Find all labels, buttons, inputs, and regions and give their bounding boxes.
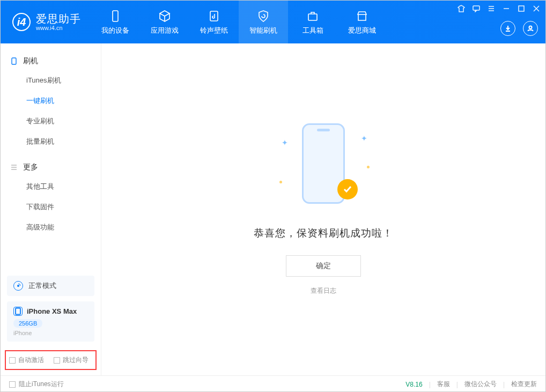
- device-card[interactable]: iPhone XS Max 256GB iPhone: [7, 301, 94, 342]
- svg-point-5: [529, 26, 532, 29]
- window-controls: [458, 5, 540, 12]
- mode-label: 正常模式: [28, 281, 56, 291]
- list-icon: [10, 164, 18, 171]
- sidebar-item-download-firmware[interactable]: 下载固件: [1, 197, 101, 217]
- tab-label: 工具箱: [302, 26, 323, 35]
- phone-icon: [108, 9, 122, 23]
- main-panel: ✦ ✦ 恭喜您，保资料刷机成功啦！ 确定 查看日志: [101, 43, 545, 375]
- dot-icon: [279, 181, 282, 183]
- footer-link-wechat[interactable]: 微信公众号: [464, 380, 497, 389]
- checkbox-icon: [9, 381, 16, 388]
- dot-icon: [367, 166, 370, 168]
- sparkle-icon: ✦: [361, 134, 367, 143]
- app-header: i4 爱思助手 www.i4.cn 我的设备 应用游戏 铃声壁纸 智能刷机 工具…: [1, 1, 545, 43]
- tab-store[interactable]: 爱思商城: [337, 1, 387, 43]
- nav-tabs: 我的设备 应用游戏 铃声壁纸 智能刷机 工具箱 爱思商城: [91, 1, 387, 43]
- tab-label: 铃声壁纸: [200, 26, 228, 35]
- checkbox-label: 自动激活: [18, 356, 44, 365]
- sidebar-section-more: 更多: [1, 158, 101, 176]
- tab-toolbox[interactable]: 工具箱: [288, 1, 337, 43]
- cube-icon: [158, 9, 172, 23]
- tab-label: 我的设备: [101, 26, 129, 35]
- mode-icon: [13, 281, 23, 291]
- sidebar-item-batch-flash[interactable]: 批量刷机: [1, 131, 101, 152]
- section-label: 刷机: [23, 56, 38, 66]
- section-label: 更多: [23, 162, 38, 172]
- tab-smart-flash[interactable]: 智能刷机: [239, 1, 288, 43]
- sparkle-icon: ✦: [282, 138, 288, 147]
- user-button[interactable]: [523, 21, 538, 36]
- tab-ringtone-wallpaper[interactable]: 铃声壁纸: [189, 1, 239, 43]
- checkbox-label: 跳过向导: [63, 356, 88, 365]
- tab-label: 爱思商城: [348, 26, 376, 35]
- shield-refresh-icon: [256, 9, 270, 23]
- music-note-icon: [207, 9, 221, 23]
- footer-link-support[interactable]: 客服: [437, 380, 450, 389]
- app-name: 爱思助手: [36, 13, 81, 25]
- sidebar-item-oneclick-flash[interactable]: 一键刷机: [1, 91, 101, 111]
- success-message: 恭喜您，保资料刷机成功啦！: [254, 226, 393, 240]
- sidebar-section-flash: 刷机: [1, 52, 101, 70]
- checkbox-skip-guide[interactable]: 跳过向导: [54, 356, 88, 365]
- close-button[interactable]: [533, 5, 540, 12]
- app-url: www.i4.cn: [36, 25, 81, 31]
- maximize-button[interactable]: [518, 5, 525, 12]
- shop-icon: [355, 9, 369, 23]
- checkbox-label: 阻止iTunes运行: [19, 380, 64, 389]
- svg-rect-1: [210, 11, 218, 21]
- footer-link-update[interactable]: 检查更新: [511, 380, 537, 389]
- svg-rect-8: [16, 308, 20, 315]
- checkbox-icon: [9, 357, 16, 364]
- menu-icon[interactable]: [488, 5, 495, 12]
- svg-rect-2: [308, 14, 317, 20]
- svg-rect-4: [519, 6, 524, 11]
- ok-button[interactable]: 确定: [286, 255, 361, 277]
- feedback-icon[interactable]: [473, 5, 480, 12]
- device-capacity: 256GB: [13, 319, 42, 328]
- download-button[interactable]: [500, 21, 515, 36]
- success-illustration: ✦ ✦: [291, 123, 356, 209]
- device-name: iPhone XS Max: [27, 307, 77, 315]
- footer: 阻止iTunes运行 V8.16 | 客服 | 微信公众号 | 检查更新: [1, 375, 545, 392]
- device-icon: [10, 57, 18, 65]
- minimize-button[interactable]: [503, 5, 510, 12]
- tab-apps-games[interactable]: 应用游戏: [140, 1, 189, 43]
- tab-label: 应用游戏: [151, 26, 179, 35]
- checkbox-auto-activate[interactable]: 自动激活: [9, 356, 44, 365]
- tab-label: 智能刷机: [249, 26, 277, 35]
- svg-rect-0: [113, 11, 118, 21]
- checkbox-icon: [54, 357, 60, 364]
- logo: i4 爱思助手 www.i4.cn: [1, 1, 91, 43]
- check-badge-icon: [337, 179, 358, 199]
- checkbox-block-itunes[interactable]: 阻止iTunes运行: [9, 380, 64, 389]
- briefcase-icon: [306, 9, 320, 23]
- header-right-icons: [500, 21, 538, 36]
- sidebar-item-itunes-flash[interactable]: iTunes刷机: [1, 70, 101, 91]
- device-type: iPhone: [13, 330, 88, 336]
- shirt-icon[interactable]: [458, 5, 465, 12]
- svg-rect-3: [473, 6, 479, 10]
- svg-rect-6: [12, 58, 16, 64]
- svg-point-7: [17, 285, 19, 287]
- sidebar: 刷机 iTunes刷机 一键刷机 专业刷机 批量刷机 更多 其他工具 下载固件 …: [1, 43, 101, 375]
- logo-icon: i4: [12, 13, 31, 31]
- sidebar-item-other-tools[interactable]: 其他工具: [1, 176, 101, 197]
- options-row: 自动激活 跳过向导: [5, 350, 97, 370]
- mode-card[interactable]: 正常模式: [7, 276, 94, 296]
- phone-outline-icon: [13, 307, 23, 316]
- view-log-link[interactable]: 查看日志: [311, 286, 336, 295]
- version-label: V8.16: [405, 381, 422, 388]
- sidebar-item-pro-flash[interactable]: 专业刷机: [1, 111, 101, 131]
- tab-my-device[interactable]: 我的设备: [91, 1, 140, 43]
- sidebar-item-advanced[interactable]: 高级功能: [1, 217, 101, 238]
